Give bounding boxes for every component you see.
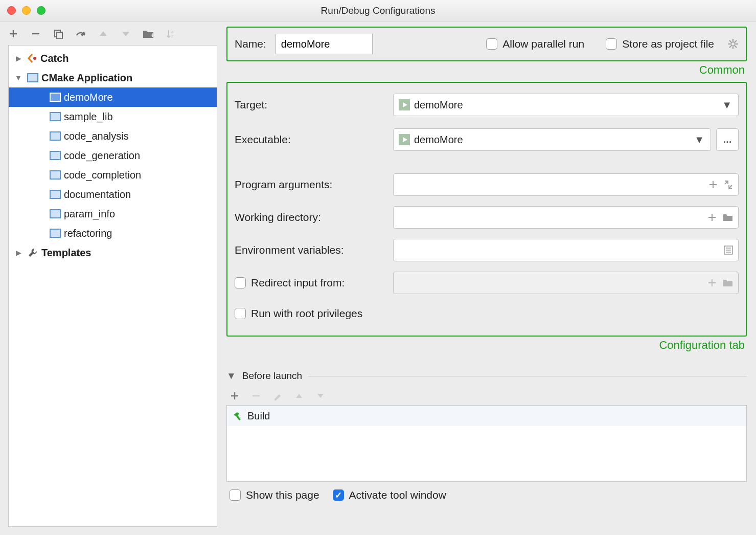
tree-node-templates[interactable]: ▶ Templates	[9, 243, 217, 262]
tree-item-label: code_generation	[64, 150, 140, 162]
program-args-label: Program arguments:	[235, 179, 393, 191]
tree-item[interactable]: code_generation	[9, 146, 217, 165]
svg-text:z: z	[171, 34, 173, 38]
tree-node-catch[interactable]: ▶ Catch	[9, 49, 217, 68]
tree-item[interactable]: sample_lib	[9, 107, 217, 126]
name-input[interactable]	[276, 34, 373, 54]
program-args-input[interactable]	[393, 173, 739, 196]
before-launch-item[interactable]: Build	[227, 406, 746, 426]
config-tree[interactable]: ▶ Catch ▼ CMake Application demoMore sam…	[8, 45, 217, 527]
chevron-down-icon: ▼	[694, 134, 704, 146]
store-project-checkbox[interactable]: Store as project file	[606, 38, 714, 50]
cmake-icon	[50, 229, 61, 238]
cmake-icon	[50, 112, 61, 121]
move-task-up-icon	[293, 390, 305, 402]
tree-item-label: refactoring	[64, 228, 112, 239]
svg-point-5	[33, 57, 36, 60]
tree-node-cmake[interactable]: ▼ CMake Application	[9, 68, 217, 87]
folder-add-icon[interactable]: +	[142, 28, 154, 40]
divider	[308, 376, 747, 376]
run-icon	[399, 134, 410, 145]
expand-icon[interactable]	[724, 180, 733, 189]
checkbox-label: Show this page	[246, 489, 319, 501]
cmake-icon	[50, 151, 61, 160]
checkbox-label: Allow parallel run	[502, 38, 584, 50]
before-launch-list[interactable]: Build	[226, 405, 747, 482]
checkbox-icon[interactable]	[486, 38, 497, 50]
tree-item[interactable]: code_analysis	[9, 126, 217, 146]
common-section: Name: Allow parallel run Store as projec…	[226, 27, 747, 61]
before-launch-title: Before launch	[242, 370, 302, 382]
browse-executable-button[interactable]: …	[716, 128, 739, 151]
target-dropdown[interactable]: demoMore ▼	[393, 94, 739, 116]
show-this-page-checkbox[interactable]: Show this page	[230, 489, 319, 501]
cmake-icon	[50, 190, 61, 199]
checkbox-icon[interactable]	[235, 308, 246, 319]
move-task-down-icon	[314, 390, 327, 402]
folder-icon[interactable]	[723, 213, 733, 222]
checkbox-label: Store as project file	[622, 38, 714, 50]
tree-item[interactable]: refactoring	[9, 224, 217, 243]
gear-icon[interactable]	[727, 38, 739, 50]
root-privileges-checkbox[interactable]: Run with root privileges	[235, 307, 362, 320]
svg-rect-1	[57, 32, 62, 39]
tree-label: CMake Application	[41, 72, 132, 84]
move-down-icon	[120, 28, 132, 40]
cmake-icon	[50, 131, 61, 141]
workdir-input[interactable]	[393, 206, 739, 229]
configuration-section: Target: demoMore ▼ Executable: demoMore …	[226, 82, 747, 337]
checkbox-label: Redirect input from:	[251, 277, 345, 289]
before-launch-item-label: Build	[247, 410, 270, 422]
checkbox-icon[interactable]	[230, 489, 241, 501]
insert-macro-icon[interactable]	[708, 180, 718, 189]
env-input[interactable]	[393, 239, 739, 261]
tree-item[interactable]: param_info	[9, 204, 217, 224]
target-label: Target:	[235, 99, 393, 111]
chevron-right-icon[interactable]: ▶	[13, 249, 24, 257]
allow-parallel-checkbox[interactable]: Allow parallel run	[486, 38, 584, 50]
folder-icon	[723, 278, 733, 287]
tree-item-label: documentation	[64, 189, 131, 200]
add-task-icon[interactable]	[228, 390, 241, 402]
run-icon	[399, 99, 410, 110]
window-title: Run/Debug Configurations	[0, 5, 756, 16]
cmake-icon	[50, 170, 61, 180]
sort-icon: az	[165, 28, 177, 40]
chevron-down-icon[interactable]: ▼	[13, 74, 24, 82]
chevron-down-icon[interactable]: ▼	[226, 370, 236, 382]
cmake-icon	[27, 73, 38, 82]
insert-macro-icon	[707, 278, 717, 287]
title-bar: Run/Debug Configurations	[0, 0, 756, 21]
workdir-label: Working directory:	[235, 211, 393, 224]
sidebar-toolbar: + az	[0, 25, 225, 45]
add-config-icon[interactable]	[7, 28, 19, 40]
tree-label: Templates	[41, 247, 91, 259]
tree-item[interactable]: code_completion	[9, 165, 217, 185]
remove-config-icon[interactable]	[30, 28, 42, 40]
edit-config-icon[interactable]	[75, 28, 87, 40]
list-icon[interactable]	[724, 246, 733, 255]
wrench-icon	[27, 247, 38, 258]
sidebar: + az ▶ Catch ▼ CMake Application demoMor…	[0, 21, 225, 535]
checkbox-icon[interactable]	[606, 38, 617, 50]
copy-config-icon[interactable]	[52, 28, 64, 40]
tree-item-label: sample_lib	[64, 111, 113, 123]
redirect-input-field	[393, 272, 739, 294]
tree-item-label: param_info	[64, 208, 115, 220]
executable-dropdown[interactable]: demoMore ▼	[393, 128, 711, 151]
chevron-right-icon[interactable]: ▶	[13, 54, 24, 62]
remove-task-icon	[250, 390, 262, 402]
before-launch-toolbar	[228, 390, 745, 402]
tree-item-label: code_analysis	[64, 130, 129, 142]
activate-tool-window-checkbox[interactable]: Activate tool window	[333, 489, 446, 501]
tree-item-label: demoMore	[64, 92, 113, 103]
tree-item[interactable]: documentation	[9, 185, 217, 204]
redirect-input-checkbox[interactable]: Redirect input from:	[235, 277, 393, 289]
tree-item-label: code_completion	[64, 169, 141, 181]
checkbox-icon[interactable]	[235, 277, 246, 288]
insert-macro-icon[interactable]	[707, 213, 717, 222]
edit-task-icon	[271, 390, 284, 402]
move-up-icon	[97, 28, 109, 40]
checkbox-icon[interactable]	[333, 489, 344, 501]
tree-item-demomore[interactable]: demoMore	[9, 87, 217, 107]
